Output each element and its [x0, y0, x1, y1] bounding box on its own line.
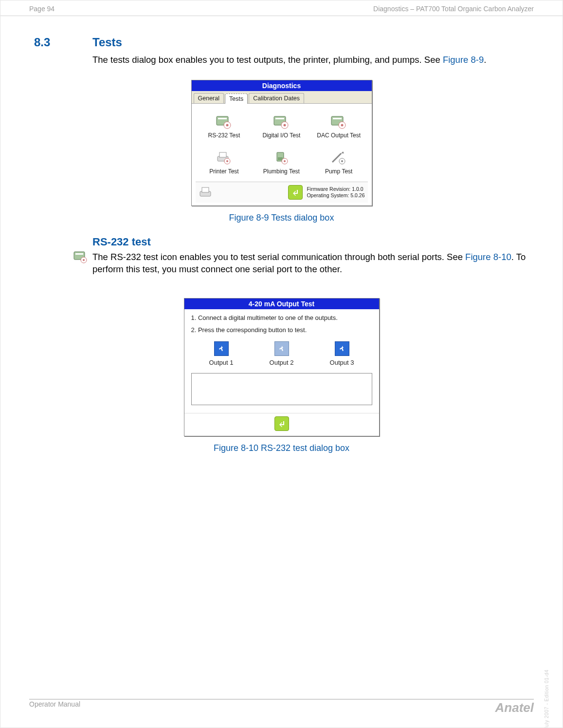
icon-label: Pump Test	[325, 165, 352, 175]
svg-point-7	[284, 124, 286, 126]
svg-rect-25	[202, 187, 209, 192]
log-textarea[interactable]	[191, 373, 372, 405]
status-info: Firmware Revision: 1.0.0 Operating Syste…	[307, 186, 364, 199]
page-number: Page 94	[29, 5, 54, 13]
output-2-button[interactable]	[274, 341, 289, 356]
output-label: Output 1	[209, 359, 234, 366]
figure-caption-8-9: Figure 8-9 Tests dialog box	[229, 206, 334, 223]
section-number: 8.3	[34, 36, 73, 49]
runner-icon	[338, 345, 346, 353]
svg-point-11	[341, 124, 344, 126]
footer-brand: Anatel	[495, 700, 534, 715]
svg-rect-27	[75, 253, 83, 255]
dialog-title-420: 4-20 mA Output Test	[184, 299, 379, 309]
rs232-test-button[interactable]: RS-232 Test	[196, 110, 253, 146]
runner-icon	[218, 345, 225, 353]
tab-general[interactable]: General	[194, 93, 224, 103]
icon-label: Digital I/O Test	[262, 129, 300, 139]
pen-gear-icon	[330, 150, 347, 165]
output-3-button[interactable]	[335, 341, 349, 356]
dac-output-test-button[interactable]: DAC Output Test	[310, 110, 367, 146]
svg-rect-9	[333, 118, 342, 119]
subheading-rs232: RS-232 test	[0, 223, 563, 248]
icon-label: Plumbing Test	[263, 165, 300, 175]
output-label: Output 2	[270, 359, 294, 366]
return-arrow-icon	[291, 188, 300, 197]
rs232-text-a: The RS-232 test icon enables you to test…	[92, 252, 465, 262]
step-1: 1. Connect a digital multimeter to one o…	[191, 314, 372, 321]
card-gear-icon	[330, 114, 347, 129]
figure-caption-8-10: Figure 8-10 RS-232 test dialog box	[214, 436, 349, 453]
intro-paragraph: The tests dialog box enables you to test…	[0, 49, 563, 66]
card-gear-icon	[216, 114, 232, 129]
svg-point-29	[83, 259, 85, 261]
tab-tests[interactable]: Tests	[225, 93, 248, 104]
section-title: Tests	[92, 36, 122, 49]
plumbing-test-button[interactable]: Plumbing Test	[253, 146, 310, 182]
return-button[interactable]	[288, 185, 303, 200]
return-button[interactable]	[274, 416, 289, 431]
intro-tail: .	[484, 55, 486, 65]
output-test-dialog: 4-20 mA Output Test 1. Connect a digital…	[184, 298, 380, 436]
svg-point-15	[226, 160, 228, 162]
side-revision-text: WGM - 26 July 2007 - Edition 01-d4	[544, 670, 549, 728]
card-gear-icon	[73, 250, 89, 264]
svg-point-3	[226, 124, 229, 126]
footer-left: Operator Manual	[29, 700, 80, 715]
card-gear-icon	[273, 114, 290, 129]
printer-test-button[interactable]: Printer Test	[196, 146, 253, 182]
tab-calibration-dates[interactable]: Calibration Dates	[249, 93, 304, 103]
svg-rect-1	[218, 118, 227, 119]
printer-icon[interactable]	[199, 186, 214, 199]
figure-ref-8-9[interactable]: Figure 8-9	[443, 55, 484, 65]
digital-io-test-button[interactable]: Digital I/O Test	[253, 110, 310, 146]
svg-point-19	[284, 160, 286, 162]
icon-label: Printer Test	[209, 165, 238, 175]
output-1-button[interactable]	[214, 341, 229, 356]
diagnostics-dialog: Diagnostics General Tests Calibration Da…	[191, 80, 372, 206]
pump-test-button[interactable]: Pump Test	[310, 146, 367, 182]
svg-point-23	[341, 160, 343, 162]
figure-ref-8-10[interactable]: Figure 8-10	[465, 252, 511, 262]
svg-rect-13	[219, 152, 226, 157]
step-2: 2. Press the corresponding button to tes…	[191, 326, 372, 334]
intro-text: The tests dialog box enables you to test…	[92, 55, 443, 65]
printer-gear-icon	[216, 150, 232, 165]
beaker-gear-icon	[273, 150, 290, 165]
output-label: Output 3	[330, 359, 354, 366]
runner-icon	[278, 345, 286, 353]
dialog-title: Diagnostics	[192, 80, 372, 91]
return-arrow-icon	[277, 419, 286, 428]
doc-title: Diagnostics – PAT700 Total Organic Carbo…	[373, 5, 534, 13]
icon-label: DAC Output Test	[317, 129, 361, 139]
svg-rect-5	[275, 118, 284, 119]
icon-label: RS-232 Test	[208, 129, 240, 139]
rs232-paragraph: The RS-232 test icon enables you to test…	[0, 248, 563, 276]
svg-marker-21	[341, 151, 344, 153]
